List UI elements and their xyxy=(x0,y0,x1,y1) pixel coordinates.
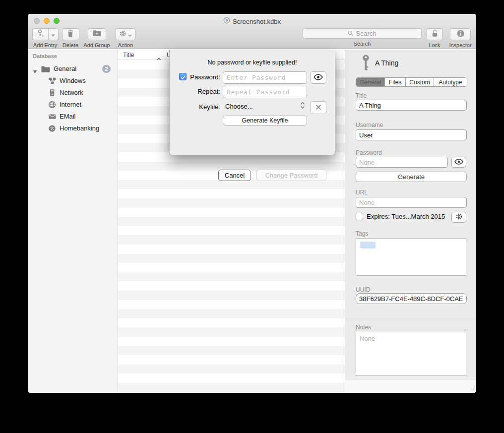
toolbar-add-entry: Add Entry xyxy=(28,28,63,48)
delete-label: Delete xyxy=(63,42,78,48)
password-field-label: Password xyxy=(356,149,382,156)
uuid-field-label: UUID xyxy=(356,286,370,293)
toolbar-search: Search Search xyxy=(302,28,423,47)
enter-password-input[interactable] xyxy=(223,71,307,84)
sidebar-item-email[interactable]: EMail xyxy=(28,111,118,123)
search-icon xyxy=(348,29,354,38)
url-field[interactable] xyxy=(356,197,467,208)
dropdown-arrow-icon xyxy=(51,30,55,39)
tab-autotype[interactable]: Autotype xyxy=(434,78,467,86)
search-input[interactable]: Search xyxy=(303,28,422,39)
title-field-label: Title xyxy=(356,92,367,99)
show-password-button[interactable] xyxy=(310,71,326,84)
server-icon xyxy=(48,89,56,99)
envelope-icon xyxy=(48,113,57,123)
clear-keyfile-button[interactable] xyxy=(310,101,326,114)
stepper-icon[interactable] xyxy=(300,102,305,111)
search-label: Search xyxy=(354,41,371,47)
percent-icon xyxy=(48,124,56,134)
notes-divider xyxy=(345,318,476,318)
sheet-message: No password or keyfile supplied! xyxy=(170,59,335,66)
username-field-label: Username xyxy=(356,122,383,128)
repeat-label: Repeat: xyxy=(180,88,220,95)
column-header-title[interactable]: Title xyxy=(123,52,134,59)
toolbar-inspector: Inspector xyxy=(446,28,475,48)
gear-icon xyxy=(119,30,126,39)
add-group-label: Add Group xyxy=(83,42,110,48)
sidebar-item-general[interactable]: General 2 xyxy=(28,63,118,75)
password-field[interactable] xyxy=(356,157,448,168)
chevron-down-icon xyxy=(128,30,132,39)
lock-button[interactable] xyxy=(427,28,442,40)
action-label: Action xyxy=(118,42,133,48)
sidebar-item-label: Windows xyxy=(60,77,86,84)
generate-keyfile-button[interactable]: Generate Keyfile xyxy=(223,116,307,125)
bottom-bar xyxy=(345,379,476,393)
document-proxy-icon xyxy=(223,17,230,26)
app-window: Screenshot.kdbx Add Entry xyxy=(28,14,476,393)
url-field-label: URL xyxy=(356,189,368,196)
sidebar-item-windows[interactable]: Windows xyxy=(28,75,118,87)
title-field[interactable] xyxy=(356,100,467,111)
expires-checkbox[interactable] xyxy=(356,213,363,220)
change-password-sheet: No password or keyfile supplied! Passwor… xyxy=(169,50,335,155)
tag-chip[interactable] xyxy=(360,242,376,248)
toolbar-lock: Lock xyxy=(425,28,444,48)
sidebar-item-network[interactable]: Network xyxy=(28,87,118,99)
network-computers-icon xyxy=(48,77,57,87)
add-entry-button-group xyxy=(32,28,59,40)
username-field[interactable] xyxy=(356,129,467,140)
sidebar-item-label: Network xyxy=(60,89,83,96)
entry-title: A Thing xyxy=(375,59,398,67)
change-password-button[interactable]: Change Password xyxy=(256,170,326,181)
add-entry-label: Add Entry xyxy=(33,42,57,48)
uuid-field[interactable] xyxy=(356,293,467,304)
key-icon xyxy=(362,55,370,73)
tab-custom[interactable]: Custom xyxy=(405,78,434,86)
sidebar-item-label: General xyxy=(54,65,76,72)
sidebar-item-internet[interactable]: Internet xyxy=(28,99,118,111)
tags-field-label: Tags xyxy=(356,230,368,237)
inspector-tabs: General Files Custom Autotype xyxy=(356,77,467,87)
unlock-icon xyxy=(431,29,439,40)
folder-plus-icon xyxy=(93,30,101,39)
inspector-button[interactable] xyxy=(450,28,471,40)
tab-files[interactable]: Files xyxy=(384,78,405,86)
delete-button[interactable] xyxy=(62,28,79,40)
sidebar: Database General 2 Windows xyxy=(28,50,118,393)
sidebar-section-header: Database xyxy=(33,53,57,59)
toolbar-action: Action xyxy=(114,28,137,48)
generate-password-button[interactable]: Generate xyxy=(356,172,467,182)
notes-field[interactable] xyxy=(356,332,466,376)
expires-row: Expires: Tues...March 2015 xyxy=(356,213,445,220)
trash-icon xyxy=(67,29,74,39)
add-group-button[interactable] xyxy=(88,28,106,40)
add-entry-button[interactable] xyxy=(33,29,48,40)
inspector-label: Inspector xyxy=(449,42,471,48)
eye-icon xyxy=(314,73,323,82)
repeat-password-input[interactable] xyxy=(223,86,307,98)
keyfile-popup[interactable]: Choose... xyxy=(225,103,253,110)
add-entry-dropdown-button[interactable] xyxy=(48,29,58,40)
tags-field[interactable] xyxy=(356,238,466,276)
key-plus-icon xyxy=(37,29,44,39)
window-title: Screenshot.kdbx xyxy=(233,18,281,25)
column-divider[interactable] xyxy=(164,51,164,59)
folder-icon xyxy=(41,65,50,75)
sidebar-item-label: Homebanking xyxy=(60,124,99,132)
expires-settings-button[interactable] xyxy=(451,212,466,223)
globe-icon xyxy=(48,101,56,111)
eye-icon xyxy=(454,158,463,167)
sidebar-item-homebanking[interactable]: Homebanking xyxy=(28,123,118,134)
lock-label: Lock xyxy=(429,42,440,48)
action-button[interactable] xyxy=(116,28,135,40)
info-icon xyxy=(456,29,465,40)
close-x-icon xyxy=(315,103,321,112)
reveal-password-button[interactable] xyxy=(451,157,466,168)
cancel-button[interactable]: Cancel xyxy=(218,170,251,181)
expires-label: Expires: Tues...March 2015 xyxy=(367,213,445,220)
resize-grip[interactable] xyxy=(470,383,476,392)
sidebar-item-label: EMail xyxy=(60,113,76,120)
gear-icon xyxy=(455,213,463,222)
tab-general[interactable]: General xyxy=(356,78,384,86)
